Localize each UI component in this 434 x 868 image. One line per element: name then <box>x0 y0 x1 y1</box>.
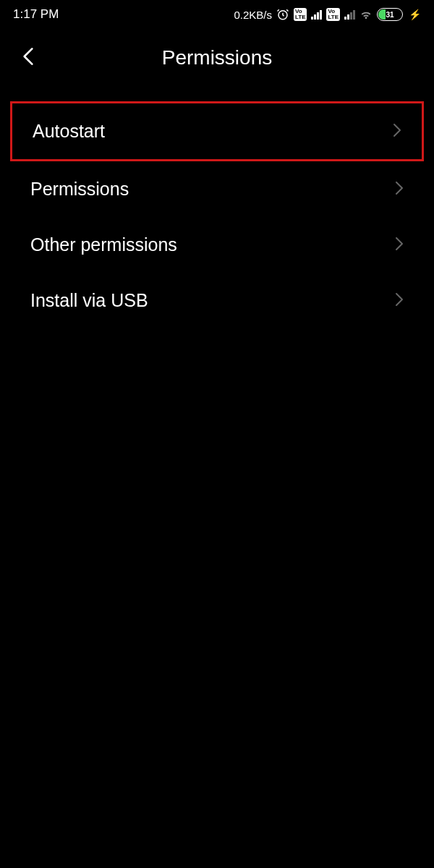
signal-bars-2 <box>344 9 355 20</box>
data-speed: 0.2KB/s <box>234 9 272 21</box>
settings-item-label: Other permissions <box>30 234 177 255</box>
settings-item-other-permissions[interactable]: Other permissions <box>0 217 434 273</box>
settings-item-label: Install via USB <box>30 290 148 311</box>
status-bar: 1:17 PM 0.2KB/s VoLTE VoLTE 31 <box>0 0 434 29</box>
page-title: Permissions <box>162 46 272 69</box>
charging-icon: ⚡ <box>409 9 421 20</box>
status-time: 1:17 PM <box>13 7 59 22</box>
chevron-right-icon <box>395 292 404 310</box>
back-button[interactable] <box>20 45 36 71</box>
signal-bars-1 <box>311 9 322 20</box>
settings-item-label: Permissions <box>30 179 129 200</box>
chevron-right-icon <box>393 123 401 140</box>
volte-icon-1: VoLTE <box>294 8 307 21</box>
chevron-right-icon <box>395 181 404 198</box>
status-icons-section: 0.2KB/s VoLTE VoLTE 31 ⚡ <box>234 8 421 21</box>
settings-item-install-via-usb[interactable]: Install via USB <box>0 273 434 328</box>
settings-item-permissions[interactable]: Permissions <box>0 161 434 217</box>
settings-list: Autostart Permissions Other permissions … <box>0 87 434 328</box>
status-time-section: 1:17 PM <box>13 7 59 22</box>
battery-percent: 31 <box>386 11 393 19</box>
page-header: Permissions <box>0 29 434 87</box>
volte-icon-2: VoLTE <box>326 8 340 21</box>
settings-item-label: Autostart <box>33 121 105 142</box>
battery-fill <box>378 9 386 20</box>
chevron-right-icon <box>395 237 404 254</box>
battery-icon: 31 <box>377 8 403 21</box>
alarm-icon <box>276 8 289 21</box>
settings-item-autostart[interactable]: Autostart <box>10 101 424 161</box>
wifi-icon <box>359 8 373 21</box>
